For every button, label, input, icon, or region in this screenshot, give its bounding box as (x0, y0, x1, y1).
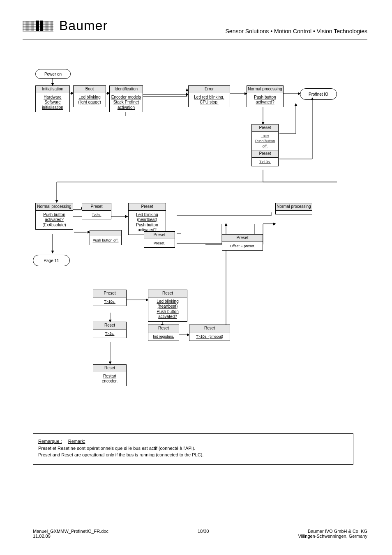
node-body: Restartencoder. (102, 374, 118, 384)
node-body: Led red blinking.CPU stop. (194, 95, 224, 105)
flowchart: Power on Profinet IO Page 11 Initialisat… (33, 68, 353, 409)
node-head: Preset (222, 235, 263, 242)
node-reset-restart: Reset Restartencoder. (93, 364, 127, 386)
logo-icon (23, 20, 53, 32)
node-body: T>2s. (105, 332, 115, 336)
note-box: Remarque : Remark: Preset et Reset ne so… (33, 433, 353, 465)
node-body: Push buttonactivated? (254, 95, 276, 105)
terminator-power-on: Power on (35, 69, 71, 79)
node-body: Led blinking(heartbeat)Push buttonactiva… (157, 299, 178, 319)
terminator-page-11: Page 11 (33, 255, 70, 266)
note-label-fr: Remarque : (38, 439, 62, 444)
node-preset-t-off: Preset T<2sPush button off. (251, 124, 279, 151)
node-head: Normal processing (247, 86, 283, 93)
node-body: Offset = preset. (230, 244, 255, 248)
footer-org: Baumer IVO GmbH & Co. KG (308, 529, 367, 534)
node-head: Preset (82, 203, 111, 211)
node-head: Error (189, 86, 230, 93)
node-reset-timeout: Reset T>10s. (timeout) (189, 325, 230, 341)
node-body: T>10s. (timeout) (196, 334, 223, 339)
brand-name: Baumer (59, 18, 108, 33)
node-head: Normal processing (36, 203, 73, 211)
footer-date: 11.02.09 (33, 534, 51, 539)
node-head: Reset (93, 365, 126, 372)
node-head: Identification (110, 86, 143, 93)
node-head: Normal processing (276, 203, 312, 211)
note-text: Preset et Reset ne sont opérationnels qu… (38, 446, 203, 458)
node-head: Reset (148, 325, 179, 332)
node-normal1: Normal processing Push buttonactivated? (247, 85, 284, 107)
node-reset-t2: Reset T>2s. (93, 322, 127, 338)
footer-loc: Villingen-Schwenningen, Germany (298, 534, 367, 539)
header-tagline: Sensor Solutions • Motion Control • Visi… (226, 28, 367, 35)
node-head: Reset (189, 325, 230, 332)
node-normal3: Normal processing (275, 203, 312, 214)
node-error: Error Led red blinking.CPU stop. (188, 85, 230, 107)
node-preset-preset: Preset Preset. (144, 231, 175, 248)
node-boot: Boot Led blinking(light gauge) (73, 85, 106, 107)
node-head: Reset (148, 290, 187, 297)
node-body: Led blinking(light gauge) (78, 95, 101, 105)
node-head: Preset (252, 150, 278, 158)
header-divider (23, 39, 367, 39)
node-body: Init registers. (153, 334, 174, 339)
node-body: T>2s. (92, 213, 101, 217)
footer-left: Manuel_GXMMW_ProfinetIO_FR.doc (33, 529, 108, 534)
node-body: Encoder modelsStack Profinetactivation (111, 95, 141, 110)
node-body: T>10s. (259, 160, 271, 164)
node-preset-t10: Preset T>10s. (251, 150, 279, 166)
node-normal2: Normal processing Push buttonactivated?(… (35, 203, 73, 230)
node-n2-t2: Preset T>2s. (82, 203, 111, 219)
node-body: T>10s. (104, 299, 115, 304)
footer: Manuel_GXMMW_ProfinetIO_FR.doc 11.02.09 … (33, 529, 367, 539)
node-body: HardwareSoftwareinitialisation (42, 95, 63, 110)
node-head: Preset (129, 203, 166, 211)
node-head: Preset (252, 124, 278, 132)
node-head: Reset (93, 322, 126, 329)
node-initialisation: Initialisation HardwareSoftwareinitialis… (35, 85, 70, 112)
node-preset-blink1: Preset Led blinking(heartbeat)Push butto… (128, 203, 166, 235)
node-head: Preset (144, 232, 175, 239)
node-reset-t: Preset T>10s. (93, 290, 127, 306)
node-head: Initialisation (36, 86, 69, 93)
node-reset-blink: Reset Led blinking(heartbeat)Push button… (148, 290, 187, 322)
node-preset-offset: Preset Offset = preset. (222, 234, 263, 251)
node-body: Push button off. (93, 238, 119, 242)
node-body: Preset. (154, 241, 166, 245)
node-head (90, 230, 121, 236)
node-body: T<2sPush button off. (255, 134, 275, 148)
node-head: Boot (74, 86, 106, 93)
terminator-profinet-io: Profinet IO (300, 88, 337, 100)
node-body: Led blinking(heartbeat)Push buttonactiva… (136, 212, 158, 233)
footer-center: 10/30 (198, 529, 209, 534)
node-reset-init: Reset Init registers. (148, 325, 179, 341)
node-identification: Identification Encoder modelsStack Profi… (109, 85, 143, 112)
node-n2-off: Push button off. (90, 230, 122, 245)
node-body: Push buttonactivated?(ExAbsolute) (42, 212, 66, 227)
note-label-en: Remark: (68, 439, 85, 444)
node-head: Preset (93, 290, 126, 297)
